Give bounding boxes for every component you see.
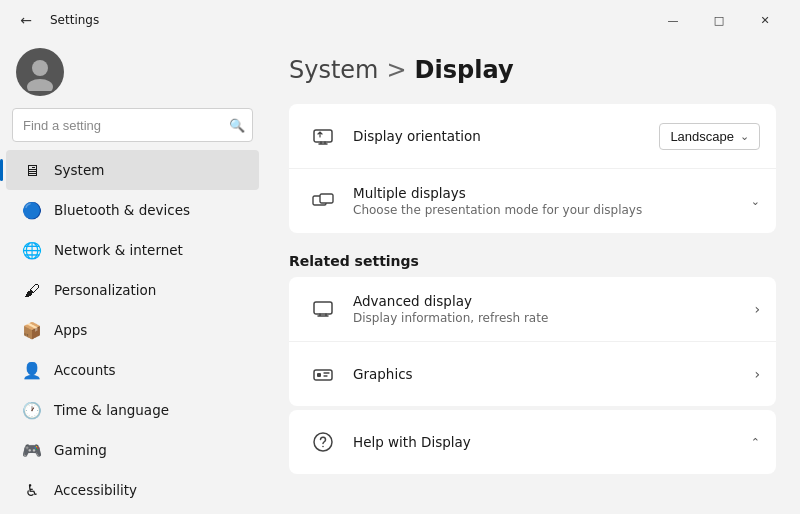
sidebar-item-label: Time & language (54, 402, 169, 418)
time-icon: 🕐 (22, 400, 42, 420)
breadcrumb: System > Display (289, 56, 776, 84)
card-row-help-with-display[interactable]: Help with Display ⌃ (289, 410, 776, 474)
accounts-icon: 👤 (22, 360, 42, 380)
breadcrumb-current: Display (415, 56, 514, 84)
card-row-graphics[interactable]: Graphics › (289, 342, 776, 406)
content-area: System > Display Display orientation Lan… (265, 36, 800, 514)
display-settings-card: Display orientation Landscape ⌄ Multiple… (289, 104, 776, 233)
multiple-displays-icon (305, 183, 341, 219)
svg-rect-4 (320, 194, 333, 203)
back-button[interactable]: ← (12, 6, 40, 34)
row-title: Help with Display (353, 434, 751, 450)
chevron-up-icon: ⌃ (751, 436, 760, 449)
sidebar-item-label: System (54, 162, 104, 178)
row-title: Multiple displays (353, 185, 751, 201)
close-button[interactable]: ✕ (742, 6, 788, 34)
titlebar: ← Settings — □ ✕ (0, 0, 800, 36)
dropdown-value: Landscape (670, 129, 734, 144)
sidebar-item-time[interactable]: 🕐 Time & language (6, 390, 259, 430)
settings-card: Help with Display ⌃ (289, 410, 776, 474)
chevron-down-icon: ⌄ (751, 195, 760, 208)
sidebar-item-label: Network & internet (54, 242, 183, 258)
sidebar-item-gaming[interactable]: 🎮 Gaming (6, 430, 259, 470)
row-subtitle: Display information, refresh rate (353, 311, 754, 325)
settings-card: Advanced display Display information, re… (289, 277, 776, 406)
svg-rect-2 (314, 130, 332, 142)
svg-rect-7 (317, 373, 321, 377)
minimize-button[interactable]: — (650, 6, 696, 34)
titlebar-title: Settings (50, 13, 99, 27)
svg-point-9 (322, 446, 324, 448)
row-title: Display orientation (353, 128, 659, 144)
search-box: 🔍 (12, 108, 253, 142)
chevron-right-icon: › (754, 366, 760, 382)
breadcrumb-parent: System (289, 56, 379, 84)
sidebar-avatar (0, 36, 265, 108)
row-control: › (754, 366, 760, 382)
related-cards-container: Advanced display Display information, re… (289, 277, 776, 474)
svg-point-1 (27, 79, 53, 91)
sidebar: 🔍 🖥 System 🔵 Bluetooth & devices 🌐 Netwo… (0, 36, 265, 514)
system-icon: 🖥 (22, 160, 42, 180)
sidebar-item-label: Accounts (54, 362, 116, 378)
breadcrumb-separator: > (387, 56, 407, 84)
search-icon[interactable]: 🔍 (229, 118, 245, 133)
sidebar-item-label: Gaming (54, 442, 107, 458)
advanced-display-icon (305, 291, 341, 327)
maximize-button[interactable]: □ (696, 6, 742, 34)
card-row-advanced-display[interactable]: Advanced display Display information, re… (289, 277, 776, 342)
apps-icon: 📦 (22, 320, 42, 340)
sidebar-item-label: Accessibility (54, 482, 137, 498)
row-control: › (754, 301, 760, 317)
svg-rect-5 (314, 302, 332, 314)
row-subtitle: Choose the presentation mode for your di… (353, 203, 751, 217)
network-icon: 🌐 (22, 240, 42, 260)
row-control: ⌄ (751, 195, 760, 208)
row-title: Advanced display (353, 293, 754, 309)
card-row-display-orientation[interactable]: Display orientation Landscape ⌄ (289, 104, 776, 169)
app-body: 🔍 🖥 System 🔵 Bluetooth & devices 🌐 Netwo… (0, 36, 800, 514)
accessibility-icon: ♿ (22, 480, 42, 500)
card-row-multiple-displays[interactable]: Multiple displays Choose the presentatio… (289, 169, 776, 233)
sidebar-item-label: Personalization (54, 282, 156, 298)
sidebar-item-bluetooth[interactable]: 🔵 Bluetooth & devices (6, 190, 259, 230)
sidebar-item-network[interactable]: 🌐 Network & internet (6, 230, 259, 270)
gaming-icon: 🎮 (22, 440, 42, 460)
sidebar-item-personalization[interactable]: 🖌 Personalization (6, 270, 259, 310)
bluetooth-icon: 🔵 (22, 200, 42, 220)
sidebar-item-apps[interactable]: 📦 Apps (6, 310, 259, 350)
display-orientation-icon (305, 118, 341, 154)
sidebar-item-accounts[interactable]: 👤 Accounts (6, 350, 259, 390)
titlebar-controls: — □ ✕ (650, 6, 788, 34)
related-settings-label: Related settings (289, 237, 776, 277)
svg-point-0 (32, 60, 48, 76)
help-with-display-icon (305, 424, 341, 460)
sidebar-item-system[interactable]: 🖥 System (6, 150, 259, 190)
nav-list: 🖥 System 🔵 Bluetooth & devices 🌐 Network… (0, 150, 265, 506)
avatar[interactable] (16, 48, 64, 96)
sidebar-item-label: Apps (54, 322, 87, 338)
row-title: Graphics (353, 366, 754, 382)
orientation-dropdown[interactable]: Landscape ⌄ (659, 123, 760, 150)
sidebar-item-accessibility[interactable]: ♿ Accessibility (6, 470, 259, 506)
svg-rect-6 (314, 370, 332, 380)
personalization-icon: 🖌 (22, 280, 42, 300)
sidebar-item-label: Bluetooth & devices (54, 202, 190, 218)
search-input[interactable] (12, 108, 253, 142)
titlebar-left: ← Settings (12, 6, 99, 34)
chevron-down-icon: ⌄ (740, 130, 749, 143)
page-header: System > Display (289, 56, 776, 84)
row-control: ⌃ (751, 436, 760, 449)
row-control: Landscape ⌄ (659, 123, 760, 150)
graphics-icon (305, 356, 341, 392)
chevron-right-icon: › (754, 301, 760, 317)
